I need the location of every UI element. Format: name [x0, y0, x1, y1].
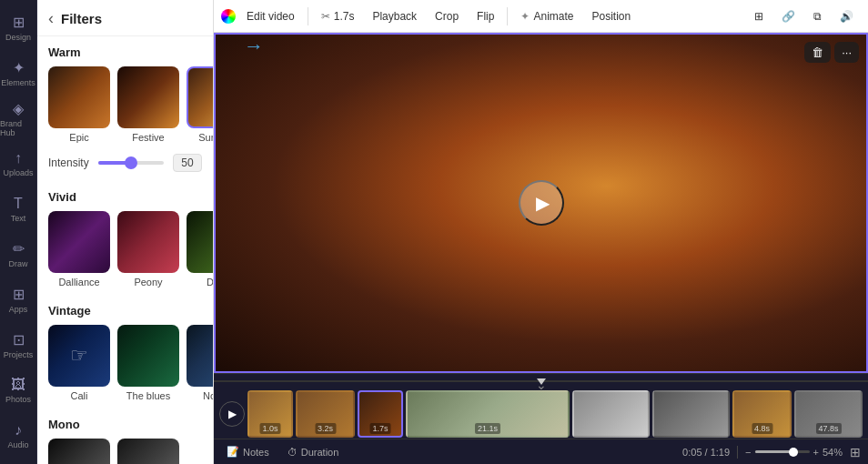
filter-epic[interactable]: Epic: [48, 66, 110, 143]
main-area: Edit video ✂ 1.7s Playback Crop Flip ✦ A…: [214, 0, 868, 464]
filter-summer[interactable]: Summer: [187, 66, 213, 143]
timeline-clip-3[interactable]: 1.7s: [358, 390, 403, 438]
zoom-out-button[interactable]: −: [745, 447, 751, 458]
filter-label-nordic: Nordic: [203, 390, 214, 401]
play-button[interactable]: ▶: [519, 180, 564, 226]
duration-button[interactable]: ✂ 1.7s: [314, 6, 362, 26]
nav-item-apps[interactable]: ⊞ Apps: [0, 279, 36, 321]
nav-item-text[interactable]: T Text: [0, 188, 36, 230]
clip-label-2: 3.2s: [315, 423, 336, 434]
filter-nordic[interactable]: Nordic: [187, 325, 214, 401]
nav-label-elements: Elements: [1, 78, 35, 87]
nav-item-draw[interactable]: ✏ Draw: [0, 234, 36, 276]
edit-video-label: Edit video: [247, 10, 295, 23]
flip-button[interactable]: Flip: [469, 6, 501, 26]
duration-timeline-label: Duration: [301, 447, 339, 458]
scissors-icon: ✂: [321, 10, 330, 23]
playback-button[interactable]: Playback: [365, 6, 424, 26]
animate-label: Animate: [533, 10, 573, 23]
filter-festive[interactable]: Festive: [117, 66, 179, 143]
nav-item-uploads[interactable]: ↑ Uploads: [0, 143, 36, 185]
timeline-clip-4[interactable]: 21.1s: [406, 390, 570, 438]
playback-label: Playback: [372, 10, 417, 23]
filter-thumb-epic: [48, 66, 110, 128]
clip-label-7: 4.8s: [752, 423, 772, 434]
nav-item-brand[interactable]: ◈ Brand Hub: [0, 98, 36, 140]
filter-thumb-blues: [117, 325, 179, 387]
animate-button[interactable]: ✦ Animate: [513, 6, 580, 26]
back-button[interactable]: ‹: [48, 9, 54, 28]
nav-label-photos: Photos: [5, 395, 31, 404]
vintage-filter-row: ☞ Cali The blues Nordic ›: [37, 325, 213, 409]
animate-icon: ✦: [520, 10, 530, 23]
notes-button[interactable]: 📝 Notes: [221, 444, 275, 459]
grid-icon: ⊞: [754, 10, 763, 23]
filters-panel: ‹ Filters → Warm Epic Festive Summer Int…: [37, 0, 214, 464]
nav-label-audio: Audio: [7, 440, 28, 449]
filters-header: ‹ Filters: [37, 0, 213, 36]
notes-label: Notes: [243, 447, 269, 458]
delete-button[interactable]: 🗑: [804, 42, 831, 63]
timeline-clip-7[interactable]: 4.8s: [732, 390, 792, 438]
grid-layout-icon: ⊞: [850, 445, 861, 459]
nav-item-design[interactable]: ⊞ Design: [0, 7, 36, 49]
duration-timeline-button[interactable]: ⏱ Duration: [282, 445, 345, 459]
intensity-thumb: [125, 156, 137, 169]
position-button[interactable]: Position: [584, 6, 638, 26]
text-icon: T: [14, 196, 23, 212]
nav-item-elements[interactable]: ✦ Elements: [0, 53, 36, 95]
timeline-play-button[interactable]: ▶: [219, 401, 245, 427]
duplicate-button[interactable]: ⧉: [806, 6, 829, 26]
timeline-clip-8[interactable]: 47.8s: [794, 390, 863, 438]
filter-thumb-festive: [117, 66, 179, 128]
bottom-bar: 📝 Notes ⏱ Duration 0:05 / 1:19 − + 54%: [214, 439, 868, 464]
projects-icon: ⊡: [13, 331, 25, 348]
warm-filter-grid: Epic Festive Summer: [37, 66, 213, 150]
filter-dare[interactable]: Dare: [187, 211, 213, 287]
duplicate-icon: ⧉: [813, 10, 822, 23]
volume-icon: 🔊: [840, 10, 853, 23]
draw-icon: ✏: [13, 240, 25, 257]
intensity-slider[interactable]: [98, 161, 164, 165]
filter-peony[interactable]: Peony: [117, 211, 179, 287]
nav-label-projects: Projects: [4, 350, 34, 359]
filter-thumb-mono2: [117, 439, 179, 464]
filter-thumb-cali: ☞: [48, 325, 110, 387]
timeline-clip-2[interactable]: 3.2s: [296, 390, 355, 438]
more-options-button[interactable]: ···: [834, 42, 859, 63]
edit-video-button[interactable]: Edit video: [239, 6, 302, 26]
filter-label-dalliance: Dalliance: [58, 277, 99, 287]
filter-dalliance[interactable]: Dalliance: [48, 211, 110, 287]
filter-label-peony: Peony: [134, 277, 162, 287]
nav-item-audio[interactable]: ♪ Audio: [0, 415, 36, 457]
nav-label-text: Text: [11, 214, 26, 223]
zoom-in-button[interactable]: +: [813, 447, 819, 458]
grid-view-button[interactable]: ⊞: [747, 6, 771, 26]
section-mono-label: Mono: [37, 409, 213, 439]
nav-label-apps: Apps: [9, 305, 28, 314]
timeline-clip-6[interactable]: [652, 390, 730, 438]
crop-button[interactable]: Crop: [428, 6, 466, 26]
video-actions: 🗑 ···: [804, 42, 859, 63]
intensity-value[interactable]: 50: [173, 154, 202, 172]
filter-label-summer: Summer: [198, 132, 213, 143]
nav-item-projects[interactable]: ⊡ Projects: [0, 325, 36, 367]
filter-mono2[interactable]: [117, 439, 179, 464]
filter-blues[interactable]: The blues: [117, 325, 179, 401]
link-button[interactable]: 🔗: [774, 6, 802, 26]
crop-label: Crop: [435, 10, 459, 23]
timeline-clip-1[interactable]: 1.0s: [247, 390, 293, 438]
filter-cali[interactable]: ☞ Cali: [48, 325, 110, 401]
timeline-clip-5[interactable]: [572, 390, 650, 438]
zoom-slider[interactable]: [755, 450, 810, 453]
filter-thumb-peony: [117, 211, 179, 273]
left-nav: ⊞ Design ✦ Elements ◈ Brand Hub ↑ Upload…: [0, 0, 37, 464]
filter-mono1[interactable]: [48, 439, 110, 464]
grid-layout-button[interactable]: ⊞: [850, 445, 861, 459]
vivid-filter-grid: Dalliance Peony Dare: [37, 211, 213, 295]
volume-button[interactable]: 🔊: [833, 6, 861, 26]
zoom-fill: [755, 450, 793, 453]
flip-label: Flip: [477, 10, 494, 23]
color-wheel-icon[interactable]: [221, 9, 236, 24]
nav-item-photos[interactable]: 🖼 Photos: [0, 369, 36, 411]
